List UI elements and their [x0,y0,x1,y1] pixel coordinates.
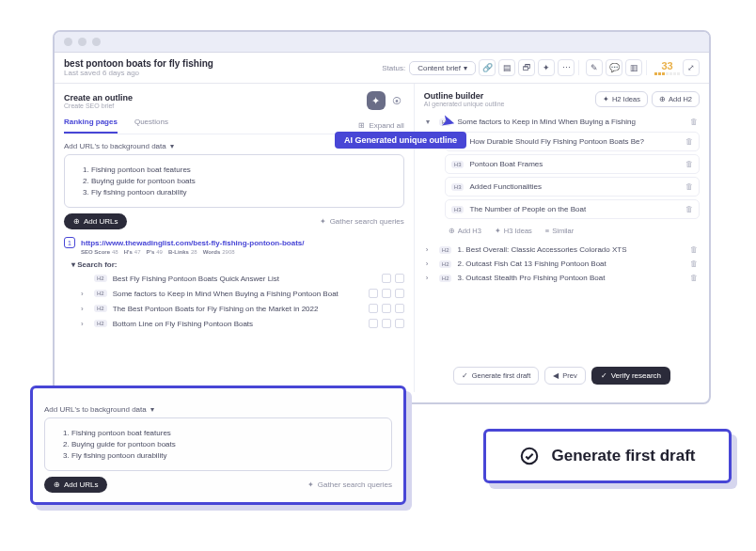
prev-button[interactable]: ◀ Prev [544,367,585,385]
bg-item: Fly fishing pontoon durability [91,188,392,197]
seo-score: 33 [654,60,680,71]
trash-icon[interactable]: 🗑 [685,182,693,191]
generate-first-draft-button[interactable]: ✓ Generate first draft [453,367,540,385]
bg-item: Fly fishing pontoon durability [71,451,380,460]
similar-button[interactable]: ≡ Similar [542,225,577,237]
add-urls-collapse[interactable]: Add URL's to background data▾ [44,405,392,414]
outline-h2-row[interactable]: ›H22. Outcast Fish Cat 13 Fishing Pontoo… [424,257,700,271]
wand-icon: ✦ [307,480,314,489]
plus-icon: ⊕ [659,95,666,103]
bg-item: Fishing pontoon boat features [91,165,392,174]
outline-h2-row[interactable]: ›H21. Best Overall: Classic Accessories … [424,243,700,257]
tab-questions[interactable]: Questions [134,118,168,134]
ai-icon[interactable]: ⦿ [389,93,404,108]
h2-ideas-button[interactable]: ✦H2 Ideas [595,91,648,107]
status-dropdown[interactable]: Content brief▾ [409,61,476,75]
chevron-down-icon: ▾ [150,405,154,414]
add-h3-button[interactable]: ⊕ Add H3 [445,225,485,237]
background-data-box: Fishing pontoon boat features Buying gui… [64,154,404,208]
generate-first-draft-label: Generate first draft [551,447,695,465]
check-circle-icon [519,446,540,466]
left-pane: Create an outline Create SEO brief ✦ ⦿ R… [55,84,415,392]
heading-row[interactable]: H2 Best Fly Fishing Pontoon Boats Quick … [64,271,404,286]
expand-icon[interactable]: ⤢ [683,59,700,76]
integration-icon[interactable]: 🗗 [518,59,535,76]
trash-icon[interactable]: 🗑 [690,274,698,282]
edit-icon[interactable]: ✎ [586,59,603,76]
window-titlebar [55,32,709,53]
verify-research-button[interactable]: ✓ Verify research [591,367,670,385]
outline-h3-row[interactable]: H3Added Functionalities🗑 [445,177,700,197]
copy-icon[interactable] [382,274,391,283]
window-control-dot[interactable] [78,38,87,46]
template-icon[interactable]: ▤ [498,59,515,76]
columns-icon[interactable]: ▥ [625,59,642,76]
app-window: best pontoon boats for fly fishing Last … [53,30,711,404]
gather-queries-button[interactable]: ✦Gather search queries [320,217,404,226]
outline-h3-row[interactable]: H3The Number of People on the Boat🗑 [445,199,700,219]
chevron-down-icon: ▾ [170,142,174,150]
overlay-background-data-card: Add URL's to background data▾ Fishing po… [30,386,406,505]
plus-icon: ⊕ [73,217,80,226]
outline-h3-row[interactable]: H3Pontoon Boat Frames🗑 [445,154,700,174]
outline-bottom-actions: ✓ Generate first draft ◀ Prev ✓ Verify r… [424,359,700,385]
ranking-url-link[interactable]: https://www.thewadinglist.com/best-fly-f… [81,239,304,247]
shield-icon[interactable] [395,319,404,328]
shield-icon[interactable] [395,289,404,298]
trash-icon[interactable]: 🗑 [685,137,693,146]
h-badge: H2 [94,305,107,312]
lightbulb-icon: ✦ [603,95,609,103]
url-card: 1 https://www.thewadinglist.com/best-fly… [64,237,404,331]
gather-queries-button[interactable]: ✦Gather search queries [307,480,392,489]
sparkle-icon[interactable] [369,319,378,328]
create-outline-sub: Create SEO brief [64,102,133,109]
heading-row[interactable]: › H2 Bottom Line on Fly Fishing Pontoon … [64,316,404,331]
page-title: best pontoon boats for fly fishing [64,58,213,69]
add-urls-button[interactable]: ⊕Add URLs [44,477,107,493]
tab-ranking-pages[interactable]: Ranking pages [64,118,118,134]
ai-generate-button[interactable]: ✦ [367,91,386,110]
outline-h3-row[interactable]: H3How Durable Should Fly Fishing Pontoon… [445,132,700,151]
heading-row[interactable]: › H2 The Best Pontoon Boats for Fly Fish… [64,301,404,316]
link-icon[interactable]: 🔗 [479,59,496,76]
h-badge: H2 [94,275,107,282]
expand-icon: ⊞ [358,121,365,130]
heading-row[interactable]: › H2 Some factors to Keep in Mind When B… [64,286,404,301]
outline-h2-row[interactable]: ›H23. Outcast Stealth Pro Fishing Pontoo… [424,271,700,285]
comment-icon[interactable]: 💬 [606,59,622,76]
sparkle-icon[interactable]: ✦ [538,59,555,76]
trash-icon[interactable]: 🗑 [685,160,693,168]
outline-h2-row[interactable]: ▾ H2 Some factors to Keep in Mind When B… [424,115,700,129]
window-control-dot[interactable] [92,38,101,46]
generate-first-draft-card[interactable]: Generate first draft [483,429,732,483]
copy-icon[interactable] [382,304,391,313]
bg-item: Fishing pontoon boat features [71,429,380,437]
status-label: Status: [382,64,405,72]
shield-icon[interactable] [395,304,404,313]
more-icon[interactable]: ⋯ [558,59,575,76]
chevron-down-icon: ▾ [426,118,433,126]
sparkle-icon[interactable] [369,289,378,298]
sparkle-icon[interactable] [369,304,378,313]
url-index: 1 [64,237,75,248]
add-h2-button[interactable]: ⊕Add H2 [652,91,700,107]
copy-icon[interactable] [382,319,391,328]
window-control-dot[interactable] [64,38,72,46]
saved-indicator: Last saved 6 days ago [64,69,213,77]
create-outline-title: Create an outline [64,93,133,102]
copy-icon[interactable] [382,289,391,298]
search-for-label[interactable]: ▾ Search for: [71,260,404,269]
trash-icon[interactable]: 🗑 [690,118,698,126]
add-urls-button[interactable]: ⊕Add URLs [64,213,127,229]
h-badge: H2 [94,290,107,297]
url-stats: SEO Score48 H's47 P's49 B-Links28 Words2… [81,249,404,255]
trash-icon[interactable]: 🗑 [690,245,698,254]
shield-icon[interactable] [395,274,404,283]
score-bar [654,72,680,75]
trash-icon[interactable]: 🗑 [685,205,693,213]
wand-icon: ✦ [320,217,326,226]
outline-builder-sub: AI generated unique outline [424,101,505,107]
h3-ideas-button[interactable]: ✦ H3 Ideas [491,225,536,237]
main-split: Create an outline Create SEO brief ✦ ⦿ R… [55,84,709,392]
trash-icon[interactable]: 🗑 [690,260,698,268]
